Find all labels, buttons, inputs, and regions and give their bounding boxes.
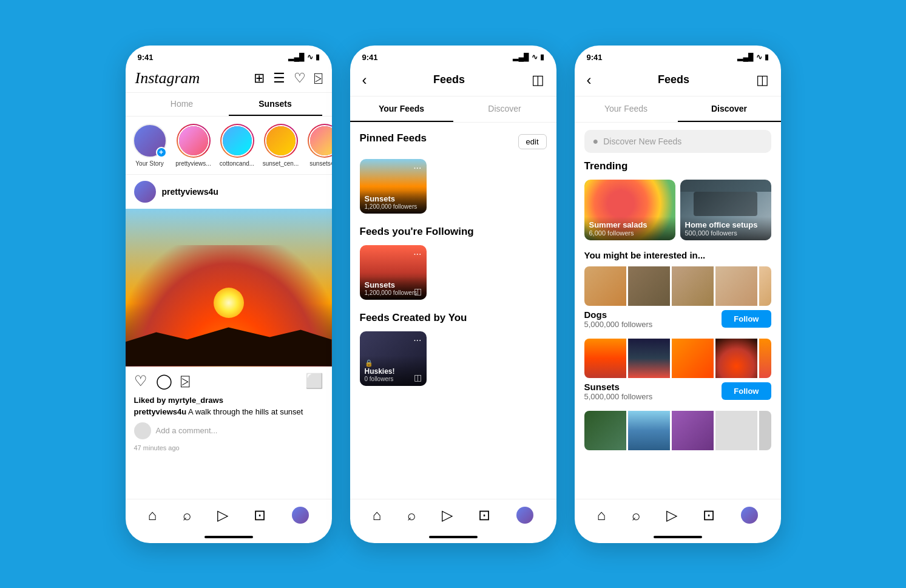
story-label-2: cottoncand... — [220, 160, 254, 167]
salads-card-label: Summer salads 6,000 followers — [584, 217, 675, 240]
bottom-nav-3: ⌂ ⌕ ▷ ⊡ — [575, 499, 781, 536]
story-item-your[interactable]: + Your Story — [132, 124, 168, 167]
dogs-images — [584, 266, 771, 306]
add-icon[interactable]: ⊞ — [254, 70, 265, 86]
created-feed-card-huskies[interactable]: ··· 🔒 Huskies! 0 followers ◫ — [360, 331, 427, 386]
nature-image-5 — [759, 411, 771, 450]
feeds-content-2: Pinned Feeds edit ··· Sunsets 1,200,000 … — [350, 123, 556, 499]
feed-card-dots-following[interactable]: ··· — [413, 249, 421, 260]
nature-image-1 — [584, 411, 626, 450]
interested-section: You might be interested in... Dogs 5,000… — [584, 250, 771, 450]
feeds-back-button-3[interactable]: ‹ — [587, 72, 592, 89]
nav-shop-icon-3[interactable]: ⊡ — [703, 507, 715, 524]
messenger-icon[interactable]: ☰ — [273, 70, 285, 86]
status-time-2: 9:41 — [362, 53, 378, 62]
feed-save-icon-created: ◫ — [414, 373, 422, 382]
nav-home-icon-3[interactable]: ⌂ — [597, 507, 606, 524]
like-icon[interactable]: ♡ — [134, 373, 147, 390]
comment-icon[interactable]: ◯ — [156, 373, 172, 390]
tab-your-feeds-2[interactable]: Your Feeds — [350, 96, 453, 122]
dog-image-1 — [584, 266, 626, 306]
story-label-3: sunset_cen... — [263, 160, 299, 167]
nav-home-icon[interactable]: ⌂ — [148, 507, 157, 524]
pinned-feed-card-sunsets[interactable]: ··· Sunsets 1,200,000 followers — [360, 159, 427, 214]
liked-by-text: Liked by — [134, 396, 166, 405]
pinned-feed-label: Sunsets 1,200,000 followers — [360, 191, 427, 214]
trending-section: Trending Summer salads 6,000 followers — [584, 160, 771, 240]
edit-button[interactable]: edit — [518, 134, 547, 149]
comment-area: Add a comment... — [126, 419, 332, 443]
tab-discover-2[interactable]: Discover — [453, 96, 556, 122]
feed-save-icon-following: ◫ — [414, 286, 422, 296]
nav-search-icon[interactable]: ⌕ — [183, 507, 191, 524]
following-feed-card-sunsets[interactable]: ··· Sunsets 1,200,000 followers ◫ — [360, 245, 427, 300]
dog-image-4 — [715, 266, 757, 306]
wifi-icon-3: ∿ — [756, 53, 762, 61]
nav-profile-avatar-2[interactable] — [516, 507, 533, 524]
paper-plane-icon[interactable]: ⍄ — [314, 70, 322, 86]
feeds-back-button-2[interactable]: ‹ — [362, 72, 367, 89]
tab-your-feeds-3[interactable]: Your Feeds — [575, 96, 678, 122]
nav-search-icon-3[interactable]: ⌕ — [632, 507, 640, 524]
trending-item-salads[interactable]: Summer salads 6,000 followers — [584, 180, 675, 240]
nav-shop-icon[interactable]: ⊡ — [254, 507, 266, 524]
stories-row: + Your Story prettyviews... — [126, 117, 332, 175]
post-actions-left: ♡ ◯ ⍄ — [134, 373, 189, 390]
feeds-save-button-2[interactable]: ◫ — [532, 72, 544, 88]
feeds-title-3: Feeds — [592, 73, 756, 86]
nav-shop-icon-2[interactable]: ⊡ — [478, 507, 490, 524]
nav-reels-icon[interactable]: ▷ — [217, 507, 228, 524]
trending-item-office[interactable]: Home office setups 500,000 followers — [680, 180, 771, 240]
dog-image-5 — [759, 266, 771, 306]
sunset-image-1 — [584, 339, 626, 378]
comment-input[interactable]: Add a comment... — [156, 426, 218, 435]
feed-card-dots-created[interactable]: ··· — [413, 335, 421, 346]
tab-home[interactable]: Home — [135, 93, 229, 116]
status-icons-3: ▂▄█ ∿ ▮ — [737, 53, 768, 61]
tab-discover-3[interactable]: Discover — [678, 96, 781, 122]
feeds-title-2: Feeds — [367, 73, 532, 86]
bottom-nav-2: ⌂ ⌕ ▷ ⊡ — [350, 499, 556, 536]
wifi-icon-2: ∿ — [532, 53, 538, 61]
caption-username[interactable]: prettyviews4u — [134, 407, 187, 416]
save-post-icon[interactable]: ⬜ — [305, 373, 323, 390]
feeds-created-section: Feeds Created by You ··· 🔒 Huskies! 0 fo… — [360, 312, 547, 386]
story-item-3[interactable]: sunset_cen... — [263, 124, 299, 167]
nav-home-icon-2[interactable]: ⌂ — [373, 507, 382, 524]
status-bar-2: 9:41 ▂▄█ ∿ ▮ — [350, 46, 556, 67]
status-time-3: 9:41 — [587, 53, 603, 62]
tab-sunsets[interactable]: Sunsets — [229, 93, 322, 116]
post-user-avatar[interactable] — [134, 181, 156, 203]
your-story-avatar: + — [133, 124, 167, 158]
feeds-following-title: Feeds you're Following — [360, 226, 474, 237]
nav-reels-icon-2[interactable]: ▷ — [442, 507, 453, 524]
feeds-created-title: Feeds Created by You — [360, 312, 467, 323]
follow-button-dogs[interactable]: Follow — [722, 310, 771, 328]
search-icon-3: ● — [593, 136, 599, 147]
nav-profile-avatar[interactable] — [292, 507, 309, 524]
nature-image-4 — [715, 411, 757, 450]
nav-reels-icon-3[interactable]: ▷ — [666, 507, 677, 524]
heart-icon[interactable]: ♡ — [294, 70, 306, 86]
sunsets-followers: 5,000,000 followers — [584, 392, 653, 401]
instagram-header: Instagram ⊞ ☰ ♡ ⍄ — [126, 67, 332, 93]
dog-image-2 — [628, 266, 670, 306]
liked-by-user[interactable]: myrtyle_draws — [168, 396, 223, 405]
trending-grid: Summer salads 6,000 followers Home offic… — [584, 180, 771, 240]
status-bar-1: 9:41 ▂▄█ ∿ ▮ — [126, 46, 332, 67]
feeds-save-button-3[interactable]: ◫ — [756, 72, 769, 88]
sunsets-images — [584, 339, 771, 378]
story-label-your: Your Story — [135, 160, 163, 167]
story-item-4[interactable]: sunsets4... — [306, 124, 332, 167]
discover-search-bar[interactable]: ● Discover New Feeds — [584, 130, 771, 153]
status-icons-1: ▂▄█ ∿ ▮ — [288, 53, 319, 61]
sunset-image-4 — [715, 339, 757, 378]
status-icons-2: ▂▄█ ∿ ▮ — [513, 53, 544, 61]
feed-card-dots-pinned[interactable]: ··· — [413, 163, 421, 174]
story-item-1[interactable]: prettyviews... — [175, 124, 212, 167]
nav-profile-avatar-3[interactable] — [741, 507, 758, 524]
story-item-2[interactable]: cottoncand... — [219, 124, 255, 167]
share-icon[interactable]: ⍄ — [181, 373, 189, 390]
nav-search-icon-2[interactable]: ⌕ — [407, 507, 416, 524]
follow-button-sunsets[interactable]: Follow — [722, 382, 771, 400]
